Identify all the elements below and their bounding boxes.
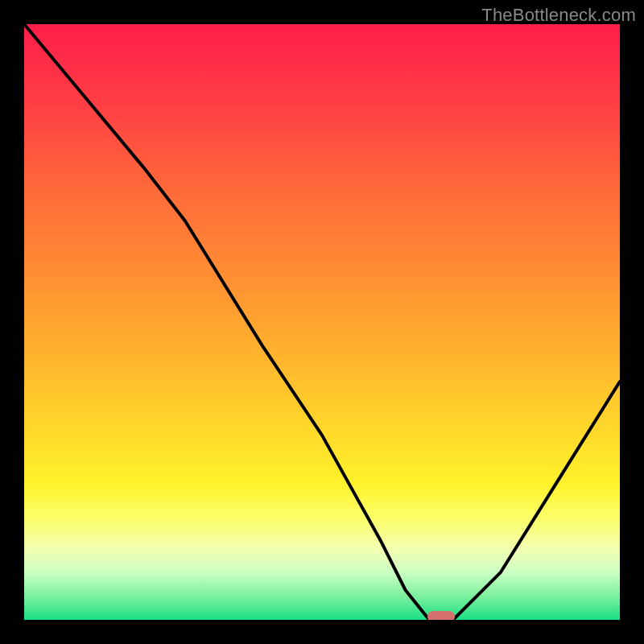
chart-frame: TheBottleneck.com [0, 0, 644, 644]
watermark-text: TheBottleneck.com [481, 5, 636, 26]
plot-area [24, 24, 620, 620]
gradient-background [24, 24, 620, 620]
optimal-point-marker-icon [427, 611, 455, 620]
bottleneck-chart [24, 24, 620, 620]
